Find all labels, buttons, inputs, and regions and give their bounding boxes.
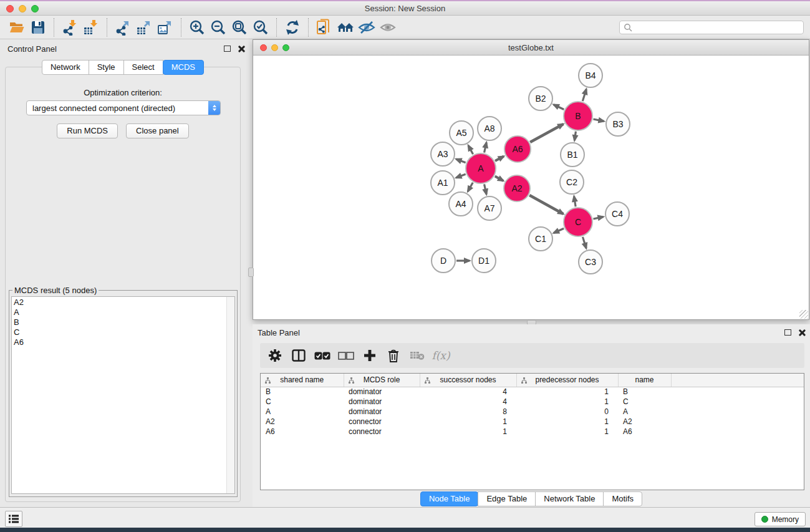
column-header-predecessor-nodes[interactable]: predecessor nodes	[516, 374, 618, 387]
table-cell[interactable]: A2	[261, 417, 344, 427]
graph-node-A[interactable]: A	[465, 153, 496, 184]
export-table-icon[interactable]	[133, 17, 155, 37]
graph-edge-A-A4[interactable]	[468, 183, 473, 191]
refresh-icon[interactable]	[282, 17, 303, 37]
table-cell[interactable]: B	[261, 387, 344, 397]
save-session-icon[interactable]	[27, 17, 49, 37]
graph-node-A2[interactable]: A2	[503, 175, 531, 202]
table-cell[interactable]: C	[618, 397, 671, 407]
float-panel-icon[interactable]	[784, 329, 791, 336]
open-session-icon[interactable]	[6, 17, 27, 37]
tab-network-table[interactable]: Network Table	[535, 491, 604, 506]
table-cell[interactable]: A	[261, 407, 344, 417]
tab-node-table[interactable]: Node Table	[420, 491, 479, 506]
table-cell[interactable]: B	[618, 387, 671, 397]
column-header-shared-name[interactable]: shared name	[261, 374, 344, 387]
new-network-from-selection-icon[interactable]	[314, 17, 335, 37]
network-window-titlebar[interactable]: testGlobe.txt	[253, 40, 809, 56]
graph-node-B1[interactable]: B1	[560, 142, 585, 167]
graph-node-C2[interactable]: C2	[559, 170, 584, 195]
mcds-result-item[interactable]: A2	[14, 297, 224, 307]
delete-table-icon[interactable]	[407, 346, 427, 365]
graph-edge-B-B4[interactable]	[582, 89, 586, 101]
two-houses-icon[interactable]	[335, 17, 356, 37]
table-cell[interactable]: 8	[420, 407, 516, 417]
import-table-icon[interactable]	[80, 17, 102, 37]
graph-node-A6[interactable]: A6	[504, 135, 531, 163]
table-cell[interactable]: 1	[516, 417, 618, 427]
tab-network[interactable]: Network	[42, 60, 89, 75]
graph-node-D[interactable]: D	[431, 248, 456, 273]
table-cell[interactable]: C	[261, 397, 344, 407]
graph-edge-A-A3[interactable]	[456, 159, 466, 163]
tab-mcds[interactable]: MCDS	[163, 60, 204, 75]
graph-node-A1[interactable]: A1	[430, 170, 455, 195]
graph-node-A5[interactable]: A5	[449, 120, 474, 145]
function-fx-icon[interactable]: f(x)	[431, 346, 451, 365]
zoom-out-icon[interactable]	[208, 17, 229, 37]
tab-select[interactable]: Select	[123, 60, 163, 75]
table-row[interactable]: Cdominator41C	[261, 397, 804, 407]
splitter-handle-vertical[interactable]	[248, 268, 254, 277]
criterion-select[interactable]: largest connected component (directed)	[26, 100, 221, 115]
graph-node-B2[interactable]: B2	[528, 86, 553, 111]
network-canvas[interactable]: AA6A2BCA1A3A4A5A7A8B1B2B3B4C1C2C3C4DD1	[253, 56, 809, 319]
graph-edge-C-C4[interactable]	[593, 217, 603, 219]
graph-edge-C-C3[interactable]	[582, 237, 586, 248]
graph-node-A4[interactable]: A4	[448, 191, 473, 216]
mcds-result-item[interactable]: A6	[14, 337, 224, 347]
graph-edge-C-C1[interactable]	[554, 228, 564, 233]
split-columns-icon[interactable]	[289, 346, 309, 365]
table-cell[interactable]: 4	[420, 397, 516, 407]
graph-node-C1[interactable]: C1	[528, 226, 553, 251]
memory-button[interactable]: Memory	[755, 512, 806, 526]
column-header-successor-nodes[interactable]: successor nodes	[420, 374, 516, 387]
table-cell[interactable]: dominator	[344, 397, 420, 407]
add-column-plus-icon[interactable]	[360, 346, 380, 365]
select-all-checkboxes-icon[interactable]	[312, 346, 332, 365]
task-history-list-icon[interactable]	[5, 511, 22, 527]
column-header-mcds-role[interactable]: MCDS role	[344, 374, 420, 387]
graph-edge-A-A7[interactable]	[485, 184, 487, 194]
table-cell[interactable]: 4	[420, 387, 516, 397]
table-cell[interactable]: A2	[618, 417, 671, 427]
close-panel-button[interactable]: Close panel	[126, 123, 189, 138]
graph-edge-A-A1[interactable]	[456, 174, 466, 178]
scrollbar-track[interactable]	[226, 297, 234, 493]
float-panel-icon[interactable]	[224, 46, 231, 52]
graph-edge-C-C2[interactable]	[574, 196, 576, 207]
graph-edge-A-A5[interactable]	[468, 145, 473, 154]
table-cell[interactable]: dominator	[344, 407, 420, 417]
table-row[interactable]: A2connector11A2	[261, 417, 804, 427]
window-resize-grip[interactable]	[799, 310, 808, 319]
table-cell[interactable]: connector	[344, 427, 420, 437]
table-cell[interactable]: A	[618, 407, 671, 417]
graph-node-C4[interactable]: C4	[605, 201, 630, 226]
table-row[interactable]: A6connector11A6	[261, 427, 804, 437]
export-network-icon[interactable]	[112, 17, 133, 37]
table-cell[interactable]: A6	[261, 427, 344, 437]
mcds-result-item[interactable]: B	[14, 317, 224, 327]
graph-edge-B-B3[interactable]	[593, 119, 604, 121]
table-cell[interactable]: 1	[420, 417, 516, 427]
table-cell[interactable]: 1	[420, 427, 516, 437]
zoom-selected-icon[interactable]	[250, 17, 271, 37]
graph-node-B3[interactable]: B3	[605, 112, 630, 137]
close-panel-icon[interactable]	[798, 329, 805, 336]
tab-style[interactable]: Style	[89, 60, 124, 75]
tab-edge-table[interactable]: Edge Table	[478, 491, 536, 506]
deselect-all-checkboxes-icon[interactable]	[336, 346, 356, 365]
zoom-in-icon[interactable]	[186, 17, 208, 37]
graph-node-A8[interactable]: A8	[477, 116, 502, 141]
mcds-result-item[interactable]: A	[14, 307, 224, 317]
table-cell[interactable]: 0	[516, 407, 618, 417]
table-cell[interactable]: dominator	[344, 387, 420, 397]
column-header-name[interactable]: name	[618, 374, 671, 387]
graph-node-B4[interactable]: B4	[578, 63, 603, 88]
import-network-icon[interactable]	[59, 17, 80, 37]
hide-selected-eye-slash-icon[interactable]	[356, 17, 377, 37]
table-cell[interactable]: 1	[516, 387, 618, 397]
graph-edge-A-A8[interactable]	[485, 142, 487, 152]
run-mcds-button[interactable]: Run MCDS	[57, 123, 118, 138]
graph-edge-B-B2[interactable]	[554, 105, 564, 110]
